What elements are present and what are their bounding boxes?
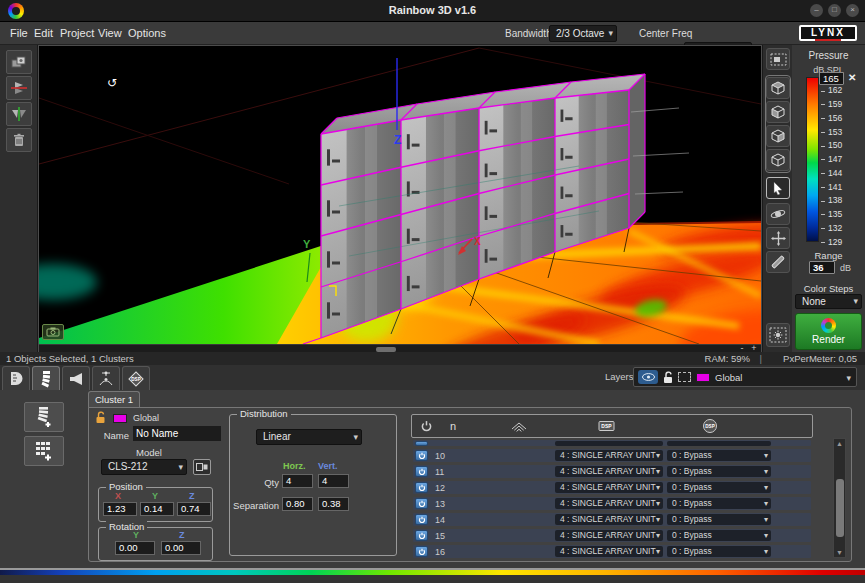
table-scrollbar[interactable]: ▲ ▼ [833, 438, 846, 558]
delete-button[interactable] [6, 128, 32, 152]
camera-view-button[interactable] [42, 324, 64, 340]
layer-color-swatch[interactable] [696, 373, 710, 382]
menubar: File Edit Project View Options Bandwidth… [0, 22, 865, 45]
power-toggle[interactable] [415, 546, 428, 557]
model-info-button[interactable] [193, 459, 211, 475]
view-top-button[interactable] [766, 77, 790, 99]
unlock-icon[interactable] [95, 411, 106, 424]
render-button[interactable]: Render [795, 313, 862, 350]
viewport-hscrollbar[interactable]: - + [39, 344, 761, 352]
add-matrix-button[interactable] [24, 436, 64, 466]
close-button[interactable]: × [846, 4, 859, 17]
unit-type-select[interactable]: 4 : SINGLE ARRAY UNIT▾ [555, 514, 663, 525]
menu-options[interactable]: Options [128, 27, 166, 39]
table-row[interactable]: 14 4 : SINGLE ARRAY UNIT▾ 0 : Bypass▾ [413, 513, 811, 526]
power-toggle[interactable] [415, 466, 428, 477]
render-settings-button[interactable] [766, 323, 790, 347]
table-row[interactable]: 16 4 : SINGLE ARRAY UNIT▾ 0 : Bypass▾ [413, 545, 811, 558]
power-toggle[interactable] [415, 441, 428, 446]
cluster-tab[interactable]: Cluster 1 [88, 391, 140, 408]
dsp-select[interactable]: 0 : Bypass▾ [667, 466, 771, 477]
rotation-y-input[interactable]: 0.00 [115, 541, 155, 555]
table-row-partial[interactable] [413, 440, 811, 446]
table-row[interactable]: 12 4 : SINGLE ARRAY UNIT▾ 0 : Bypass▾ [413, 481, 811, 494]
power-toggle[interactable] [415, 450, 428, 461]
tab-subwoofer[interactable] [2, 366, 30, 390]
view-iso-button[interactable] [766, 149, 790, 171]
menu-edit[interactable]: Edit [34, 27, 53, 39]
dsp-select[interactable]: 0 : Bypass▾ [667, 530, 771, 541]
dsp-select[interactable]: 0 : Bypass▾ [667, 498, 771, 509]
unit-type-select[interactable]: 4 : SINGLE ARRAY UNIT▾ [555, 530, 663, 541]
pan-tool-button[interactable] [766, 227, 790, 249]
cluster-color-swatch[interactable] [113, 414, 127, 423]
menu-project[interactable]: Project [60, 27, 94, 39]
orbit-tool-button[interactable] [766, 203, 790, 225]
flip-horizontal-button[interactable] [6, 76, 32, 100]
dsp-select[interactable]: 0 : Bypass▾ [667, 450, 771, 461]
table-scrollbar-thumb[interactable] [836, 479, 844, 537]
tab-microphone[interactable] [92, 366, 120, 390]
add-speaker-button[interactable] [6, 50, 32, 74]
rotation-z-input[interactable]: 0.00 [161, 541, 201, 555]
power-toggle[interactable] [415, 530, 428, 541]
unit-type-select[interactable]: 4 : SINGLE ARRAY UNIT▾ [555, 466, 663, 477]
scroll-down-icon[interactable]: ▼ [834, 549, 845, 556]
add-array-button[interactable] [24, 402, 64, 432]
maximize-button[interactable]: □ [828, 4, 841, 17]
qty-vert-input[interactable]: 4 [318, 474, 349, 488]
separation-vert-input[interactable]: 0.38 [318, 497, 349, 511]
layer-visibility-toggle[interactable] [638, 370, 658, 384]
power-icon [420, 420, 433, 433]
table-row[interactable]: 13 4 : SINGLE ARRAY UNIT▾ 0 : Bypass▾ [413, 497, 811, 510]
dsp-select[interactable]: 0 : Bypass▾ [667, 482, 771, 493]
model-info-icon [196, 463, 208, 471]
table-row[interactable]: 15 4 : SINGLE ARRAY UNIT▾ 0 : Bypass▾ [413, 529, 811, 542]
distribution-mode-select[interactable]: Linear▾ [256, 429, 362, 445]
separation-horz-input[interactable]: 0.80 [282, 497, 313, 511]
flip-vertical-button[interactable] [6, 102, 32, 126]
unit-type-select[interactable]: 4 : SINGLE ARRAY UNIT▾ [555, 498, 663, 509]
layers-select[interactable]: Global ▾ [633, 367, 857, 387]
tab-speaker[interactable] [62, 366, 90, 390]
chevron-down-icon: ▾ [764, 514, 768, 525]
table-row[interactable]: 10 4 : SINGLE ARRAY UNIT▾ 0 : Bypass▾ [413, 449, 811, 462]
name-input[interactable]: No Name [133, 426, 221, 441]
position-x-input[interactable]: 1.23 [103, 502, 137, 516]
viewport-3d[interactable]: Z Y X ↺ - + [38, 45, 762, 352]
unlock-icon[interactable] [663, 371, 673, 384]
position-z-input[interactable]: 0.74 [177, 502, 211, 516]
capture-region-button[interactable] [766, 48, 790, 70]
select-tool-button[interactable] [766, 177, 790, 199]
unit-type-select[interactable] [555, 441, 663, 446]
color-steps-select[interactable]: None▾ [795, 294, 862, 309]
tab-array[interactable] [32, 366, 60, 391]
unit-type-select[interactable]: 4 : SINGLE ARRAY UNIT▾ [555, 450, 663, 461]
view-side-button[interactable] [766, 125, 790, 147]
unit-type-select[interactable]: 4 : SINGLE ARRAY UNIT▾ [555, 482, 663, 493]
qty-horz-input[interactable]: 4 [282, 474, 313, 488]
rotation-y-label: Y [133, 530, 139, 540]
menu-file[interactable]: File [10, 27, 28, 39]
svg-text:DSP: DSP [705, 424, 714, 429]
power-toggle[interactable] [415, 498, 428, 509]
bandwidth-select[interactable]: 2/3 Octave▾ [549, 25, 617, 42]
viewport-3d-scene[interactable]: Z Y X [39, 46, 761, 344]
power-toggle[interactable] [415, 514, 428, 525]
measure-tool-button[interactable] [766, 251, 790, 273]
position-y-input[interactable]: 0.14 [140, 502, 174, 516]
model-select[interactable]: CLS-212▾ [101, 459, 187, 475]
power-toggle[interactable] [415, 482, 428, 493]
view-front-button[interactable] [766, 101, 790, 123]
scroll-up-icon[interactable]: ▲ [834, 440, 845, 447]
minimize-button[interactable]: – [810, 4, 823, 17]
range-input[interactable]: 36 [809, 261, 835, 274]
table-row[interactable]: 11 4 : SINGLE ARRAY UNIT▾ 0 : Bypass▾ [413, 465, 811, 478]
dsp-select[interactable] [667, 441, 771, 446]
menu-view[interactable]: View [98, 27, 122, 39]
unit-type-select[interactable]: 4 : SINGLE ARRAY UNIT▾ [555, 546, 663, 557]
tab-dsp[interactable]: DSP [122, 366, 150, 390]
pressure-tick: 153 [821, 128, 842, 137]
dsp-select[interactable]: 0 : Bypass▾ [667, 514, 771, 525]
dsp-select[interactable]: 0 : Bypass▾ [667, 546, 771, 557]
